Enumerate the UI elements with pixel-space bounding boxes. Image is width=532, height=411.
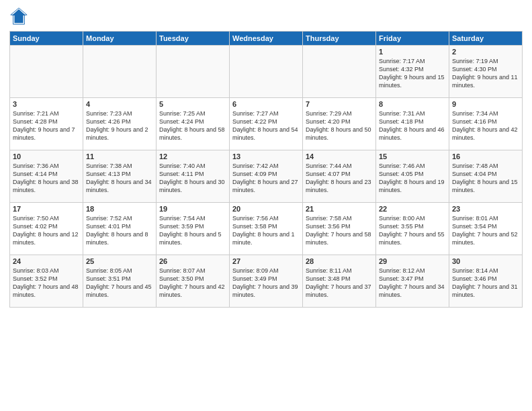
calendar-cell: 1Sunrise: 7:17 AM Sunset: 4:32 PM Daylig… xyxy=(376,46,449,98)
calendar-cell: 3Sunrise: 7:21 AM Sunset: 4:28 PM Daylig… xyxy=(10,98,83,150)
day-number: 14 xyxy=(306,152,373,161)
day-number: 16 xyxy=(452,152,519,161)
weekday-thursday: Thursday xyxy=(303,32,376,46)
calendar-cell: 18Sunrise: 7:52 AM Sunset: 4:01 PM Dayli… xyxy=(83,203,157,255)
logo-icon xyxy=(9,7,28,26)
day-info: Sunrise: 7:52 AM Sunset: 4:01 PM Dayligh… xyxy=(86,214,153,247)
calendar-cell: 24Sunrise: 8:03 AM Sunset: 3:52 PM Dayli… xyxy=(10,255,83,308)
day-number: 8 xyxy=(379,100,446,108)
calendar-cell: 21Sunrise: 7:58 AM Sunset: 3:56 PM Dayli… xyxy=(303,203,376,255)
calendar-cell: 6Sunrise: 7:27 AM Sunset: 4:22 PM Daylig… xyxy=(230,98,303,150)
day-number: 7 xyxy=(306,100,373,108)
week-row-5: 24Sunrise: 8:03 AM Sunset: 3:52 PM Dayli… xyxy=(10,255,523,308)
day-info: Sunrise: 7:27 AM Sunset: 4:22 PM Dayligh… xyxy=(232,109,300,142)
day-number: 27 xyxy=(232,257,300,265)
day-number: 6 xyxy=(232,100,300,108)
day-number: 28 xyxy=(306,257,373,265)
calendar-cell: 8Sunrise: 7:31 AM Sunset: 4:18 PM Daylig… xyxy=(376,98,449,150)
weekday-friday: Friday xyxy=(376,32,449,46)
day-info: Sunrise: 8:05 AM Sunset: 3:51 PM Dayligh… xyxy=(86,267,153,300)
calendar-cell: 17Sunrise: 7:50 AM Sunset: 4:02 PM Dayli… xyxy=(10,203,83,255)
weekday-saturday: Saturday xyxy=(449,32,523,46)
day-number: 12 xyxy=(159,152,226,161)
calendar-cell xyxy=(10,46,83,98)
day-number: 5 xyxy=(159,100,226,108)
day-number: 1 xyxy=(379,48,446,56)
calendar-cell: 11Sunrise: 7:38 AM Sunset: 4:13 PM Dayli… xyxy=(83,150,157,203)
day-info: Sunrise: 7:21 AM Sunset: 4:28 PM Dayligh… xyxy=(13,109,80,142)
calendar-cell: 23Sunrise: 8:01 AM Sunset: 3:54 PM Dayli… xyxy=(449,203,523,255)
day-info: Sunrise: 8:00 AM Sunset: 3:55 PM Dayligh… xyxy=(379,214,446,247)
day-info: Sunrise: 8:11 AM Sunset: 3:48 PM Dayligh… xyxy=(306,267,373,300)
day-number: 10 xyxy=(13,152,80,161)
day-number: 18 xyxy=(86,205,153,213)
day-number: 20 xyxy=(232,205,300,213)
calendar-cell: 22Sunrise: 8:00 AM Sunset: 3:55 PM Dayli… xyxy=(376,203,449,255)
calendar-cell: 12Sunrise: 7:40 AM Sunset: 4:11 PM Dayli… xyxy=(157,150,230,203)
day-info: Sunrise: 7:31 AM Sunset: 4:18 PM Dayligh… xyxy=(379,109,446,142)
weekday-wednesday: Wednesday xyxy=(230,32,303,46)
calendar-cell xyxy=(230,46,303,98)
calendar-cell: 27Sunrise: 8:09 AM Sunset: 3:49 PM Dayli… xyxy=(230,255,303,308)
calendar-cell: 15Sunrise: 7:46 AM Sunset: 4:05 PM Dayli… xyxy=(376,150,449,203)
day-info: Sunrise: 7:54 AM Sunset: 3:59 PM Dayligh… xyxy=(159,214,226,247)
calendar-cell: 26Sunrise: 8:07 AM Sunset: 3:50 PM Dayli… xyxy=(157,255,230,308)
calendar-cell: 10Sunrise: 7:36 AM Sunset: 4:14 PM Dayli… xyxy=(10,150,83,203)
day-number: 2 xyxy=(452,48,519,56)
calendar-cell: 20Sunrise: 7:56 AM Sunset: 3:58 PM Dayli… xyxy=(230,203,303,255)
calendar-cell: 29Sunrise: 8:12 AM Sunset: 3:47 PM Dayli… xyxy=(376,255,449,308)
day-info: Sunrise: 7:40 AM Sunset: 4:11 PM Dayligh… xyxy=(159,162,226,195)
calendar-cell: 30Sunrise: 8:14 AM Sunset: 3:46 PM Dayli… xyxy=(449,255,523,308)
calendar-cell: 4Sunrise: 7:23 AM Sunset: 4:26 PM Daylig… xyxy=(83,98,157,150)
day-info: Sunrise: 7:58 AM Sunset: 3:56 PM Dayligh… xyxy=(306,214,373,247)
day-info: Sunrise: 7:34 AM Sunset: 4:16 PM Dayligh… xyxy=(452,109,519,142)
week-row-3: 10Sunrise: 7:36 AM Sunset: 4:14 PM Dayli… xyxy=(10,150,523,203)
day-number: 15 xyxy=(379,152,446,161)
day-info: Sunrise: 7:42 AM Sunset: 4:09 PM Dayligh… xyxy=(232,162,300,195)
calendar-cell: 16Sunrise: 7:48 AM Sunset: 4:04 PM Dayli… xyxy=(449,150,523,203)
day-info: Sunrise: 8:12 AM Sunset: 3:47 PM Dayligh… xyxy=(379,267,446,300)
calendar-table: SundayMondayTuesdayWednesdayThursdayFrid… xyxy=(9,31,523,308)
calendar-cell: 28Sunrise: 8:11 AM Sunset: 3:48 PM Dayli… xyxy=(303,255,376,308)
week-row-4: 17Sunrise: 7:50 AM Sunset: 4:02 PM Dayli… xyxy=(10,203,523,255)
calendar-cell: 25Sunrise: 8:05 AM Sunset: 3:51 PM Dayli… xyxy=(83,255,157,308)
day-info: Sunrise: 7:50 AM Sunset: 4:02 PM Dayligh… xyxy=(13,214,80,247)
day-number: 24 xyxy=(13,257,80,265)
calendar-cell: 7Sunrise: 7:29 AM Sunset: 4:20 PM Daylig… xyxy=(303,98,376,150)
calendar-cell: 19Sunrise: 7:54 AM Sunset: 3:59 PM Dayli… xyxy=(157,203,230,255)
calendar-cell: 5Sunrise: 7:25 AM Sunset: 4:24 PM Daylig… xyxy=(157,98,230,150)
weekday-sunday: Sunday xyxy=(10,32,83,46)
day-info: Sunrise: 7:46 AM Sunset: 4:05 PM Dayligh… xyxy=(379,162,446,195)
logo xyxy=(9,7,31,26)
day-info: Sunrise: 7:38 AM Sunset: 4:13 PM Dayligh… xyxy=(86,162,153,195)
weekday-monday: Monday xyxy=(83,32,157,46)
day-info: Sunrise: 7:56 AM Sunset: 3:58 PM Dayligh… xyxy=(232,214,300,247)
day-info: Sunrise: 7:36 AM Sunset: 4:14 PM Dayligh… xyxy=(13,162,80,195)
day-number: 25 xyxy=(86,257,153,265)
calendar-cell xyxy=(83,46,157,98)
day-number: 4 xyxy=(86,100,153,108)
day-info: Sunrise: 7:48 AM Sunset: 4:04 PM Dayligh… xyxy=(452,162,519,195)
weekday-tuesday: Tuesday xyxy=(157,32,230,46)
day-info: Sunrise: 8:01 AM Sunset: 3:54 PM Dayligh… xyxy=(452,214,519,247)
calendar-cell xyxy=(157,46,230,98)
day-number: 11 xyxy=(86,152,153,161)
day-number: 30 xyxy=(452,257,519,265)
day-info: Sunrise: 7:25 AM Sunset: 4:24 PM Dayligh… xyxy=(159,109,226,142)
week-row-1: 1Sunrise: 7:17 AM Sunset: 4:32 PM Daylig… xyxy=(10,46,523,98)
day-number: 9 xyxy=(452,100,519,108)
day-info: Sunrise: 7:44 AM Sunset: 4:07 PM Dayligh… xyxy=(306,162,373,195)
day-number: 29 xyxy=(379,257,446,265)
day-info: Sunrise: 7:17 AM Sunset: 4:32 PM Dayligh… xyxy=(379,57,446,90)
calendar-cell xyxy=(303,46,376,98)
day-info: Sunrise: 8:03 AM Sunset: 3:52 PM Dayligh… xyxy=(13,267,80,300)
day-info: Sunrise: 7:19 AM Sunset: 4:30 PM Dayligh… xyxy=(452,57,519,90)
calendar-cell: 9Sunrise: 7:34 AM Sunset: 4:16 PM Daylig… xyxy=(449,98,523,150)
header xyxy=(9,7,523,26)
calendar-cell: 13Sunrise: 7:42 AM Sunset: 4:09 PM Dayli… xyxy=(230,150,303,203)
day-info: Sunrise: 7:29 AM Sunset: 4:20 PM Dayligh… xyxy=(306,109,373,142)
day-info: Sunrise: 7:23 AM Sunset: 4:26 PM Dayligh… xyxy=(86,109,153,142)
day-number: 3 xyxy=(13,100,80,108)
day-number: 17 xyxy=(13,205,80,213)
day-number: 23 xyxy=(452,205,519,213)
